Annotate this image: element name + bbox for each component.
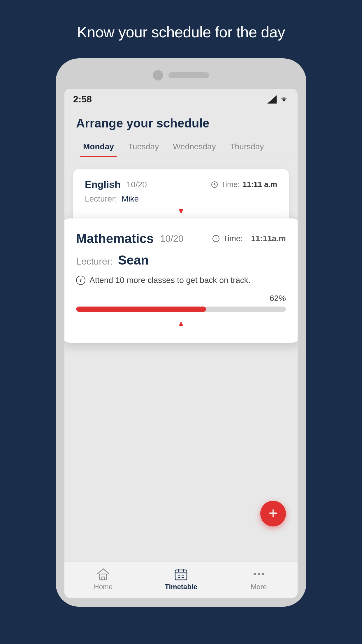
tab-tuesday[interactable]: Tuesday [121, 139, 166, 157]
math-lecturer-label: Lecturer: [76, 256, 113, 267]
math-info-message: Attend 10 more classes to get back on tr… [89, 276, 251, 285]
timetable-icon [174, 568, 188, 580]
phone-shell: 2:58 Arrange your schedule Monday Tuesda… [56, 58, 306, 607]
fab-button[interactable]: + [260, 501, 286, 526]
status-time: 2:58 [73, 94, 92, 105]
more-icon [252, 568, 266, 580]
nav-item-home[interactable]: Home [64, 568, 142, 591]
svg-rect-4 [102, 577, 105, 580]
bottom-nav: Home Timetable [64, 561, 298, 598]
svg-point-13 [254, 573, 256, 575]
fab-plus-icon: + [269, 505, 277, 521]
tab-monday[interactable]: Monday [76, 139, 121, 157]
english-time-label: Time: [221, 180, 240, 189]
math-card-collapse-indicator[interactable]: ▲ [76, 319, 286, 328]
schedule-content: English 10/20 Time: 11:11 a.m Lecturer: [64, 160, 298, 365]
english-subject-row: English 10/20 [85, 179, 147, 190]
day-tabs: Monday Tuesday Wednesday Thursday [64, 139, 298, 157]
nav-label-timetable: Timetable [165, 583, 197, 591]
english-card[interactable]: English 10/20 Time: 11:11 a.m Lecturer: [73, 169, 289, 226]
english-time-row: Time: 11:11 a.m [211, 180, 277, 189]
bottom-content: + [64, 365, 298, 561]
math-subject-row: Mathematics 10/20 [76, 231, 184, 246]
progress-bar-fill [76, 307, 206, 312]
english-lecturer-name: Mike [122, 194, 139, 203]
tab-wednesday[interactable]: Wednesday [166, 139, 223, 157]
home-icon [96, 568, 110, 580]
phone-screen: 2:58 Arrange your schedule Monday Tuesda… [64, 89, 298, 598]
svg-rect-5 [175, 570, 187, 580]
chevron-up-icon: ▲ [177, 319, 185, 328]
status-icons [267, 95, 289, 104]
progress-bar [76, 307, 286, 312]
math-time-label: Time: [223, 234, 243, 243]
svg-marker-0 [267, 95, 277, 104]
math-card-wrapper: Mathematics 10/20 Time: 11:11a.m [64, 218, 298, 343]
nav-item-more[interactable]: More [220, 568, 298, 591]
svg-point-14 [258, 573, 260, 575]
page-title: Know your schedule for the day [77, 23, 285, 41]
math-lecturer-row: Lecturer: Sean [76, 253, 286, 267]
wifi-icon [279, 95, 289, 104]
app-header: Arrange your schedule Monday Tuesday Wed… [64, 108, 298, 160]
clock-icon-english [211, 181, 218, 188]
app-header-title: Arrange your schedule [76, 116, 286, 130]
nav-label-more: More [251, 583, 267, 591]
math-lecturer-name: Sean [118, 253, 149, 267]
phone-top-bar [64, 67, 298, 83]
info-icon: i [76, 276, 85, 285]
nav-item-timetable[interactable]: Timetable [142, 568, 220, 591]
status-bar: 2:58 [64, 89, 298, 108]
english-lecturer-row: Lecturer: Mike [85, 194, 277, 204]
math-subject-name: Mathematics [76, 231, 154, 246]
english-time-value: 11:11 a.m [242, 180, 277, 189]
clock-icon-math [212, 235, 220, 242]
progress-label: 62% [76, 294, 286, 303]
english-collapse-indicator[interactable]: ▼ [85, 206, 277, 216]
english-session: 10/20 [126, 180, 147, 189]
english-lecturer-label: Lecturer: [85, 194, 117, 203]
english-card-top-row: English 10/20 Time: 11:11 a.m [85, 179, 277, 190]
camera-circle [153, 70, 163, 80]
math-session: 10/20 [160, 233, 184, 244]
english-subject-name: English [85, 179, 121, 190]
math-time-row: Time: 11:11a.m [212, 234, 286, 243]
speaker-bar [168, 72, 209, 78]
math-time-value: 11:11a.m [251, 234, 286, 243]
chevron-down-icon: ▼ [177, 206, 185, 216]
nav-label-home: Home [94, 583, 113, 591]
svg-point-15 [262, 573, 264, 575]
math-card-top: Mathematics 10/20 Time: 11:11a.m [76, 231, 286, 246]
math-card[interactable]: Mathematics 10/20 Time: 11:11a.m [64, 218, 298, 343]
signal-icon [267, 95, 277, 104]
tab-thursday[interactable]: Thursday [223, 139, 271, 157]
math-info-row: i Attend 10 more classes to get back on … [76, 276, 286, 285]
